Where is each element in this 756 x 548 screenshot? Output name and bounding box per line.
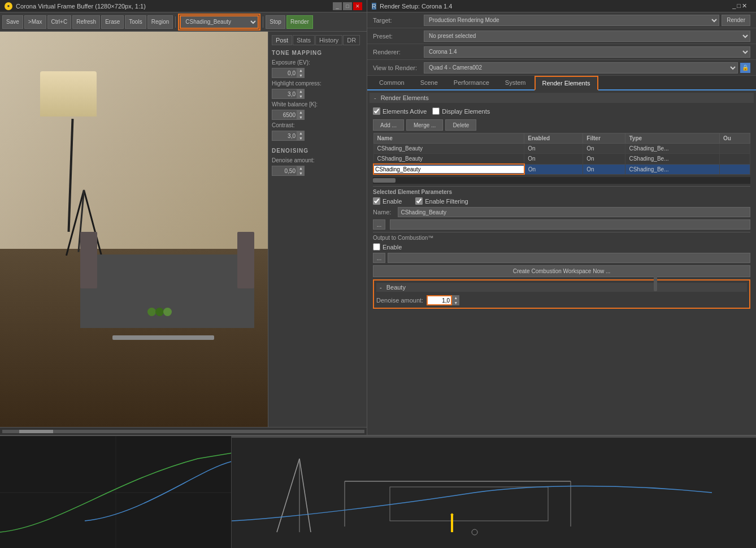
contrast-input[interactable] — [272, 131, 297, 141]
beauty-denoise-down[interactable]: ▼ — [452, 300, 459, 305]
combustion-browse-btn[interactable]: ... — [373, 253, 385, 263]
view-dropdown[interactable]: Quad 4 - Camera002 — [424, 62, 738, 74]
beauty-section: - Beauty Denoise amount: ▲▼ — [373, 279, 750, 309]
table-hscroll-thumb[interactable] — [373, 178, 396, 183]
wb-up[interactable]: ▲ — [297, 110, 305, 115]
row3-ou — [720, 164, 750, 174]
max-button[interactable]: >Max — [24, 15, 46, 29]
tab-performance[interactable]: Performance — [446, 76, 497, 90]
combustion-path-input[interactable] — [388, 253, 750, 263]
tab-post[interactable]: Post — [272, 35, 292, 45]
row1-enabled: On — [524, 144, 583, 154]
beauty-denoise-input[interactable] — [427, 295, 452, 305]
highlight-up[interactable]: ▲ — [297, 89, 305, 94]
renderer-dropdown[interactable]: Corona 1.4 — [424, 46, 750, 58]
tab-dr[interactable]: DR — [343, 35, 360, 45]
vfb-scrollbar[interactable] — [0, 427, 367, 435]
tab-common[interactable]: Common — [372, 76, 412, 90]
create-combustion-btn[interactable]: Create Combustion Workspace Now ... — [373, 265, 750, 277]
render-top-button[interactable]: Render — [722, 15, 750, 26]
rs-close-btn[interactable]: ✕ — [742, 2, 747, 10]
wb-input-group[interactable]: ▲▼ — [272, 110, 305, 120]
denoise-input[interactable] — [272, 166, 297, 176]
stop-button[interactable]: Stop — [266, 15, 285, 29]
vfb-maximize-btn[interactable]: □ — [343, 2, 352, 10]
vfb-title-bar: ● Corona Virtual Frame Buffer (1280×720p… — [0, 0, 367, 12]
rs-minimize-btn[interactable]: _ — [732, 2, 736, 9]
tab-system[interactable]: System — [498, 76, 533, 90]
highlight-input[interactable] — [272, 89, 297, 99]
exposure-input[interactable] — [272, 68, 297, 78]
beauty-header: - Beauty — [376, 283, 747, 292]
exposure-input-group[interactable]: ▲▼ — [272, 68, 305, 78]
vfb-minimize-btn[interactable]: _ — [333, 2, 342, 10]
denoise-down[interactable]: ▼ — [297, 171, 305, 176]
tools-button[interactable]: Tools — [125, 15, 146, 29]
contrast-down[interactable]: ▼ — [297, 136, 305, 141]
vfb-icon: ● — [5, 2, 12, 10]
elements-active-row: Elements Active — [373, 107, 427, 115]
display-elements-checkbox[interactable] — [432, 107, 440, 115]
wb-down[interactable]: ▼ — [297, 115, 305, 120]
tab-render-elements[interactable]: Render Elements — [535, 76, 598, 90]
save-button[interactable]: Save — [2, 15, 23, 29]
tab-scene[interactable]: Scene — [413, 76, 445, 90]
rs-maximize-btn[interactable]: □ — [737, 2, 741, 9]
scroll-track[interactable] — [2, 430, 364, 433]
preset-dropdown[interactable]: No preset selected — [424, 31, 750, 42]
row2-filter: On — [583, 154, 625, 165]
output-path-browse-btn[interactable]: ... — [373, 219, 385, 230]
collapse-btn[interactable]: - — [374, 94, 376, 101]
table-row-selected[interactable]: On On CShading_Be... — [373, 164, 750, 174]
beauty-denoise-group[interactable]: ▲▼ — [427, 295, 459, 305]
contrast-up[interactable]: ▲ — [297, 131, 305, 136]
svg-rect-14 — [451, 515, 453, 532]
row2-name: CShading_Beauty — [373, 154, 524, 165]
erase-button[interactable]: Erase — [101, 15, 124, 29]
highlight-down[interactable]: ▼ — [297, 94, 305, 99]
wb-input[interactable] — [272, 110, 297, 120]
name-field-input[interactable] — [398, 207, 750, 217]
exposure-down[interactable]: ▼ — [297, 73, 305, 78]
delete-button[interactable]: Delete — [445, 119, 476, 131]
elements-active-label: Elements Active — [383, 108, 427, 115]
beauty-collapse-btn[interactable]: - — [380, 284, 382, 291]
preset-row: Preset: No preset selected — [367, 28, 756, 44]
table-row[interactable]: CShading_Beauty On On CShading_Be... — [373, 144, 750, 154]
row2-enabled: On — [524, 154, 583, 165]
selected-element-params: Selected Element Parameters Enable Enabl… — [373, 186, 750, 230]
scroll-thumb[interactable] — [19, 430, 53, 433]
elements-active-checkbox[interactable] — [373, 107, 380, 115]
row3-name-editing[interactable] — [373, 164, 524, 174]
curve-svg — [0, 436, 232, 548]
merge-button[interactable]: Merge ... — [406, 119, 443, 131]
vfb-win-controls: _ □ ✕ — [333, 2, 362, 10]
highlight-input-group[interactable]: ▲▼ — [272, 89, 305, 99]
renderer-row: Renderer: Corona 1.4 — [367, 44, 756, 60]
beauty-denoise-up[interactable]: ▲ — [452, 295, 459, 300]
table-hscroll[interactable] — [373, 177, 750, 184]
sep-filter-checkbox[interactable] — [415, 197, 423, 205]
ctrlc-button[interactable]: Ctrl+C — [47, 15, 72, 29]
combustion-enable-checkbox[interactable] — [373, 243, 380, 251]
tab-history[interactable]: History — [315, 35, 342, 45]
add-button[interactable]: Add ... — [373, 119, 404, 131]
region-button[interactable]: Region — [147, 15, 173, 29]
row1-ou — [720, 144, 750, 154]
exposure-up[interactable]: ▲ — [297, 68, 305, 73]
row3-name-input[interactable] — [374, 166, 524, 173]
render-button[interactable]: Render — [286, 15, 313, 29]
denoise-up[interactable]: ▲ — [297, 166, 305, 171]
output-path-input[interactable] — [390, 219, 750, 230]
target-dropdown[interactable]: Production Rendering Mode — [424, 15, 719, 26]
view-lock-btn[interactable]: 🔒 — [740, 63, 750, 73]
sep-enable-checkbox[interactable] — [373, 197, 380, 205]
col-enabled: Enabled — [524, 133, 583, 144]
channel-dropdown[interactable]: CShading_Beauty — [180, 15, 259, 29]
vfb-close-btn[interactable]: ✕ — [353, 2, 362, 10]
table-row[interactable]: CShading_Beauty On On CShading_Be... — [373, 154, 750, 165]
tab-stats[interactable]: Stats — [293, 35, 315, 45]
refresh-button[interactable]: Refresh — [72, 15, 100, 29]
denoise-input-group[interactable]: ▲▼ — [272, 166, 305, 176]
contrast-input-group[interactable]: ▲▼ — [272, 131, 305, 141]
